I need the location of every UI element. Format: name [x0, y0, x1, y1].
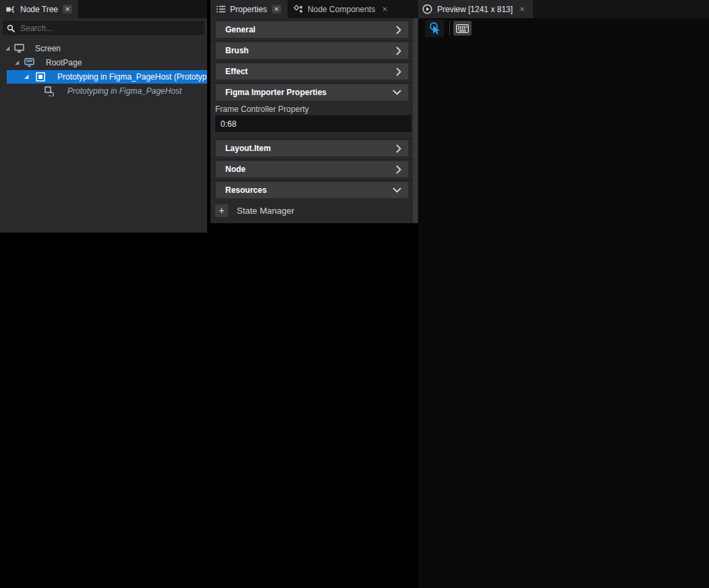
properties-panel: Properties ✕ Node Components ✕ General B… — [210, 0, 418, 223]
chevron-down-icon — [393, 90, 401, 95]
tree-item-label: RootPage — [46, 58, 82, 67]
search-input[interactable] — [19, 23, 200, 34]
state-manager-row: + State Manager — [210, 200, 414, 220]
toolbar-separator — [449, 21, 450, 35]
section-label: Layout.Item — [225, 144, 271, 153]
chevron-down-icon — [393, 187, 401, 193]
search-box[interactable] — [3, 21, 204, 35]
frame-controller-property-label: Frame Controller Property — [215, 105, 309, 114]
app-window: Node Tree ✕ ◢ Screen ◢ RootPage — [0, 0, 709, 588]
node-components-icon — [293, 5, 303, 13]
page-icon — [24, 58, 34, 67]
interaction-mode-button[interactable] — [425, 20, 444, 37]
close-icon[interactable]: ✕ — [380, 5, 389, 13]
node-tree-panel: Node Tree ✕ ◢ Screen ◢ RootPage — [0, 0, 207, 233]
close-icon[interactable]: ✕ — [517, 5, 527, 13]
component-instance-icon — [45, 86, 55, 96]
section-effect[interactable]: Effect — [210, 61, 414, 80]
section-brush[interactable]: Brush — [210, 40, 414, 59]
tree-item-label: Prototyping in Figma_PageHost (Prototyp — [57, 72, 206, 82]
state-manager-label: State Manager — [237, 206, 294, 216]
close-icon[interactable]: ✕ — [63, 5, 72, 13]
properties-list-icon — [217, 5, 225, 13]
cursor-click-icon — [428, 22, 441, 35]
node-tree-icon — [6, 5, 16, 14]
section-figma-importer[interactable]: Figma Importer Properties — [210, 82, 414, 100]
add-state-button[interactable]: + — [215, 204, 228, 217]
chevron-right-icon — [396, 144, 401, 153]
expander-icon[interactable]: ◢ — [15, 59, 19, 65]
frame-controller-property-input[interactable] — [215, 115, 412, 132]
section-general[interactable]: General — [210, 20, 414, 38]
section-label: Effect — [225, 67, 248, 76]
section-label: Node — [225, 165, 246, 174]
play-circle-icon — [422, 4, 432, 14]
node-tree-tabstrip: Node Tree ✕ — [0, 0, 207, 18]
section-label: Resources — [225, 185, 266, 195]
tree-item-prototyping-host[interactable]: ◢ Prototyping in Figma_PageHost (Prototy… — [7, 70, 207, 84]
keyboard-icon — [456, 24, 469, 33]
search-icon — [7, 24, 15, 32]
chevron-right-icon — [396, 26, 401, 34]
screen-icon — [14, 44, 24, 53]
tab-label: Node Tree — [20, 5, 58, 14]
section-node[interactable]: Node — [210, 159, 414, 177]
preview-panel: Preview [1241 x 813] ✕ — [418, 0, 709, 588]
tree-item-rootpage[interactable]: ◢ RootPage — [0, 56, 207, 69]
tab-node-tree[interactable]: Node Tree ✕ — [0, 0, 78, 18]
tree-item-label: Prototyping in Figma_PageHost — [67, 86, 181, 96]
frame-icon — [36, 72, 45, 82]
chevron-right-icon — [396, 67, 401, 76]
chevron-right-icon — [396, 165, 401, 174]
expander-icon[interactable]: ◢ — [5, 45, 9, 51]
tree-item-prototyping-child[interactable]: Prototyping in Figma_PageHost — [0, 84, 207, 98]
section-label: Brush — [225, 46, 249, 55]
section-resources[interactable]: Resources — [210, 180, 414, 198]
close-icon[interactable]: ✕ — [272, 5, 281, 13]
tab-label: Preview [1241 x 813] — [437, 5, 513, 14]
properties-tabstrip: Properties ✕ Node Components ✕ — [210, 0, 418, 18]
section-label: General — [225, 25, 256, 34]
chevron-right-icon — [396, 47, 401, 55]
tree-item-screen[interactable]: ◢ Screen — [0, 42, 207, 55]
preview-tabstrip: Preview [1241 x 813] ✕ — [418, 0, 709, 18]
tab-label: Node Components — [308, 5, 375, 14]
tab-node-components[interactable]: Node Components ✕ — [287, 0, 395, 18]
tab-preview[interactable]: Preview [1241 x 813] ✕ — [418, 0, 533, 18]
section-label: Figma Importer Properties — [225, 88, 327, 97]
section-layout-item[interactable]: Layout.Item — [210, 138, 414, 156]
properties-scrollbar[interactable] — [413, 18, 418, 223]
tab-properties[interactable]: Properties ✕ — [210, 0, 287, 18]
tree-item-label: Screen — [35, 44, 61, 53]
keyboard-mode-button[interactable] — [453, 21, 472, 36]
tab-label: Properties — [230, 5, 267, 14]
expander-icon[interactable]: ◢ — [24, 74, 28, 80]
